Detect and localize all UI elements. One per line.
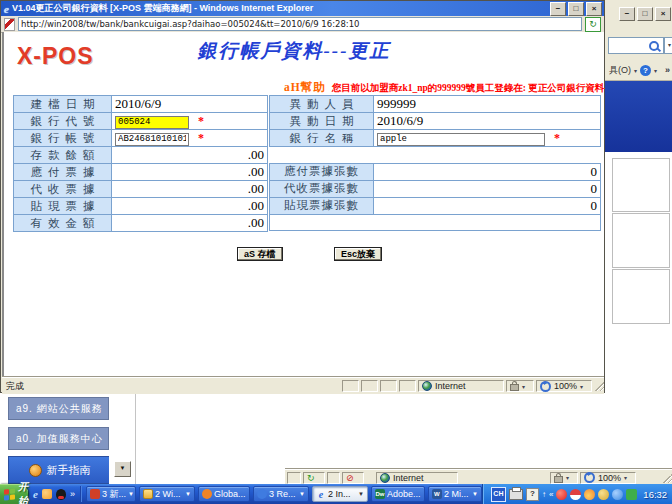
bank-code-input[interactable] <box>115 116 189 129</box>
field-label: 應付票據 <box>14 164 112 181</box>
antivirus-icon[interactable] <box>626 489 637 500</box>
security-zone: Internet <box>418 380 504 392</box>
printer-icon[interactable] <box>509 489 523 500</box>
notes-payable-value: .00 <box>112 164 268 181</box>
maximize-icon[interactable]: □ <box>568 2 584 16</box>
effective-amount-value: .00 <box>112 215 268 232</box>
sidebar-item-label: 新手指南 <box>47 463 91 478</box>
minimize-icon[interactable]: − <box>550 2 566 16</box>
start-button[interactable]: 开始 <box>0 484 28 504</box>
pet-icon[interactable] <box>598 489 609 500</box>
refresh-icon[interactable]: ↻ <box>585 17 601 32</box>
content-box <box>612 269 670 324</box>
toolbar-overflow[interactable]: » <box>665 65 670 75</box>
quick-launch-overflow[interactable]: » <box>70 489 75 499</box>
modified-by-value: 999999 <box>374 96 601 113</box>
bank-name-input[interactable] <box>377 133 545 146</box>
flame-icon[interactable] <box>584 489 595 500</box>
app-icon <box>202 489 212 499</box>
create-date-value: 2010/6/9 <box>112 96 268 113</box>
deposit-balance-value: .00 <box>112 147 268 164</box>
qq-icon[interactable] <box>556 489 567 500</box>
protected-mode-indicator[interactable]: ▾ <box>506 380 534 392</box>
search-options-dropdown[interactable]: ▾ <box>664 37 672 54</box>
field-label: 異動日期 <box>270 113 374 130</box>
status-segment <box>380 380 397 392</box>
app-icon <box>90 489 100 499</box>
xpos-logo: X-POS <box>17 43 94 70</box>
task-button-internet-explorer-active[interactable]: e 2 In...▼ <box>312 486 368 502</box>
field-label: 貼現票據 <box>14 198 112 215</box>
zoom-control[interactable]: 100%▾ <box>580 472 636 484</box>
desktop: −□× ▾ 具(O) ▾ ? ▾ » 助(F1) a9. 網站公共服務 a0. … <box>0 0 672 504</box>
field-label: 有效金額 <box>14 215 112 232</box>
field-label: 銀行名稱 <box>270 130 374 147</box>
security-zone: Internet <box>376 472 458 484</box>
internet-explorer-icon[interactable]: e <box>33 488 38 500</box>
scroll-down-icon[interactable]: ▼ <box>114 461 131 477</box>
red-ball-icon[interactable] <box>570 489 581 500</box>
resize-grip <box>662 473 672 483</box>
globe-icon[interactable] <box>612 489 623 500</box>
messenger-icon[interactable] <box>42 489 52 499</box>
lock-icon <box>510 384 519 391</box>
task-buttons: 3 新...▼ 2 Wi...▼ Globa... 3 Re...▼ e 2 I… <box>86 486 482 502</box>
tools-menu[interactable]: 具(O) <box>609 64 631 77</box>
restore-icon[interactable]: □ <box>637 7 653 21</box>
help-link[interactable]: aH幫助 <box>284 80 326 95</box>
task-button-adobe[interactable]: Dw Adobe... <box>371 486 425 502</box>
up-arrow-icon[interactable]: ↑ <box>542 490 546 499</box>
status-segment <box>342 380 359 392</box>
task-button-group-2[interactable]: 2 Wi...▼ <box>139 486 195 502</box>
minimize-icon[interactable]: − <box>619 7 635 21</box>
field-label: 貼現票據張數 <box>270 197 374 214</box>
status-segment <box>399 380 416 392</box>
background-status-bar: ↻ ⊘ Internet ▾ 100%▾ <box>285 469 672 485</box>
close-icon[interactable]: × <box>586 2 602 16</box>
task-button-group-3[interactable]: 3 Re...▼ <box>253 486 309 502</box>
sidebar-item-value-added-center[interactable]: a0. 加值服務中心 <box>8 427 109 450</box>
bank-account-input[interactable] <box>115 133 189 146</box>
login-help-line: aH幫助 您目前以加盟商zk1_np的999999號員工登錄在: 更正公司銀行資… <box>284 80 602 95</box>
internet-zone-icon <box>422 381 432 391</box>
field-label: 異動人員 <box>270 96 374 113</box>
background-page-area <box>605 152 672 393</box>
protected-mode-indicator[interactable]: ▾ <box>550 472 578 484</box>
save-button[interactable]: aS 存檔 <box>237 247 283 261</box>
edit-bank-data-window: e V1.04更正公司銀行資料 [X-POS 雲端商務網] - Windows … <box>0 0 605 393</box>
status-segment <box>287 472 301 484</box>
collection-notes-value: .00 <box>112 181 268 198</box>
language-indicator[interactable]: CH <box>491 487 506 502</box>
url-field[interactable]: http://win2008/tw/bank/bankcuigai.asp?da… <box>18 17 582 31</box>
zoom-control[interactable]: 100%▾ <box>536 380 592 392</box>
status-segment <box>327 472 340 484</box>
lock-icon <box>554 476 563 483</box>
bank-form-right-table: 異動人員 999999 異動日期 2010/6/9 銀行名稱 * 應付票據張數 … <box>269 95 601 231</box>
dreamweaver-icon: Dw <box>375 489 385 499</box>
field-label: 代收票據 <box>14 181 112 198</box>
zoom-icon <box>540 381 551 392</box>
chevron-down-icon: ▾ <box>634 67 637 74</box>
content-box <box>612 158 670 212</box>
hidden-icons-chevron[interactable]: « <box>549 490 553 499</box>
cancel-button[interactable]: Esc放棄 <box>334 247 382 261</box>
help-tray-icon[interactable]: ? <box>526 488 539 501</box>
app-icon <box>257 489 267 499</box>
task-button-group-1[interactable]: 3 新...▼ <box>86 486 136 502</box>
page-title: 銀行帳戶資料---更正 <box>176 38 412 64</box>
empty-cell <box>270 214 601 231</box>
task-button-group-word[interactable]: W 2 Mi...▼ <box>428 486 482 502</box>
qq-icon[interactable] <box>56 489 66 500</box>
sidebar-item-public-services[interactable]: a9. 網站公共服務 <box>8 397 109 420</box>
search-icon <box>649 41 659 51</box>
clock: 16:32 <box>643 489 667 500</box>
task-button-global[interactable]: Globa... <box>198 486 250 502</box>
close-icon[interactable]: × <box>655 7 671 21</box>
system-tray: CH ? ↑ « 16:32 <box>482 484 672 504</box>
search-input[interactable] <box>608 37 664 54</box>
required-asterisk: * <box>198 114 204 128</box>
help-icon[interactable]: ? <box>640 65 651 76</box>
start-label: 开始 <box>18 480 28 504</box>
status-done-text: 完成 <box>2 380 340 393</box>
zoom-icon <box>584 472 595 483</box>
